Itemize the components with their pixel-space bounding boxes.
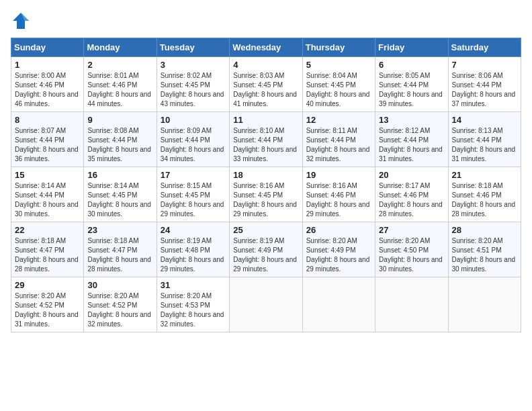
- day-number: 21: [452, 170, 517, 180]
- calendar-cell: [302, 277, 375, 332]
- day-info: Sunrise: 8:19 AM Sunset: 4:48 PM Dayligh…: [161, 237, 224, 273]
- day-info: Sunrise: 8:18 AM Sunset: 4:46 PM Dayligh…: [452, 182, 516, 218]
- day-info: Sunrise: 8:11 AM Sunset: 4:44 PM Dayligh…: [306, 127, 370, 163]
- calendar-cell: 8 Sunrise: 8:07 AM Sunset: 4:44 PM Dayli…: [11, 112, 84, 167]
- day-number: 5: [306, 60, 371, 70]
- day-info: Sunrise: 8:19 AM Sunset: 4:49 PM Dayligh…: [233, 237, 297, 273]
- day-info: Sunrise: 8:05 AM Sunset: 4:44 PM Dayligh…: [379, 72, 443, 107]
- day-number: 16: [87, 170, 152, 180]
- calendar-cell: 22 Sunrise: 8:18 AM Sunset: 4:47 PM Dayl…: [11, 222, 84, 277]
- calendar-cell: 20 Sunrise: 8:17 AM Sunset: 4:46 PM Dayl…: [375, 167, 448, 222]
- day-info: Sunrise: 8:18 AM Sunset: 4:47 PM Dayligh…: [15, 237, 79, 273]
- calendar-cell: [448, 277, 521, 332]
- calendar-header-saturday: Saturday: [448, 38, 521, 57]
- day-number: 12: [306, 115, 371, 125]
- calendar-cell: 30 Sunrise: 8:20 AM Sunset: 4:52 PM Dayl…: [84, 277, 157, 332]
- calendar-week-5: 29 Sunrise: 8:20 AM Sunset: 4:52 PM Dayl…: [11, 277, 521, 332]
- calendar-header-friday: Friday: [375, 38, 448, 57]
- day-info: Sunrise: 8:13 AM Sunset: 4:44 PM Dayligh…: [452, 127, 516, 163]
- calendar-cell: 28 Sunrise: 8:20 AM Sunset: 4:51 PM Dayl…: [448, 222, 521, 277]
- day-info: Sunrise: 8:20 AM Sunset: 4:52 PM Dayligh…: [15, 292, 79, 328]
- day-info: Sunrise: 8:18 AM Sunset: 4:47 PM Dayligh…: [87, 237, 151, 273]
- day-info: Sunrise: 8:14 AM Sunset: 4:45 PM Dayligh…: [87, 182, 151, 218]
- day-number: 28: [452, 225, 517, 235]
- day-info: Sunrise: 8:15 AM Sunset: 4:45 PM Dayligh…: [161, 182, 224, 218]
- day-info: Sunrise: 8:14 AM Sunset: 4:44 PM Dayligh…: [15, 182, 79, 218]
- calendar-header-monday: Monday: [84, 38, 157, 57]
- day-number: 26: [306, 225, 371, 235]
- calendar-cell: 10 Sunrise: 8:09 AM Sunset: 4:44 PM Dayl…: [157, 112, 229, 167]
- header: [11, 11, 521, 31]
- day-number: 17: [161, 170, 226, 180]
- calendar-cell: 12 Sunrise: 8:11 AM Sunset: 4:44 PM Dayl…: [302, 112, 375, 167]
- day-number: 23: [87, 225, 152, 235]
- calendar-week-1: 1 Sunrise: 8:00 AM Sunset: 4:46 PM Dayli…: [11, 57, 521, 112]
- day-info: Sunrise: 8:12 AM Sunset: 4:44 PM Dayligh…: [379, 127, 443, 163]
- day-info: Sunrise: 8:20 AM Sunset: 4:49 PM Dayligh…: [306, 237, 370, 273]
- logo-icon: [11, 11, 31, 31]
- calendar-cell: 31 Sunrise: 8:20 AM Sunset: 4:53 PM Dayl…: [157, 277, 229, 332]
- day-info: Sunrise: 8:00 AM Sunset: 4:46 PM Dayligh…: [15, 72, 79, 107]
- day-number: 22: [15, 225, 80, 235]
- calendar-cell: 9 Sunrise: 8:08 AM Sunset: 4:44 PM Dayli…: [84, 112, 157, 167]
- calendar-cell: 19 Sunrise: 8:16 AM Sunset: 4:46 PM Dayl…: [302, 167, 375, 222]
- calendar-week-2: 8 Sunrise: 8:07 AM Sunset: 4:44 PM Dayli…: [11, 112, 521, 167]
- calendar-cell: 2 Sunrise: 8:01 AM Sunset: 4:46 PM Dayli…: [84, 57, 157, 112]
- calendar-cell: 27 Sunrise: 8:20 AM Sunset: 4:50 PM Dayl…: [375, 222, 448, 277]
- calendar-cell: 11 Sunrise: 8:10 AM Sunset: 4:44 PM Dayl…: [230, 112, 302, 167]
- calendar-cell: 29 Sunrise: 8:20 AM Sunset: 4:52 PM Dayl…: [11, 277, 84, 332]
- day-number: 15: [15, 170, 80, 180]
- calendar-cell: 25 Sunrise: 8:19 AM Sunset: 4:49 PM Dayl…: [230, 222, 302, 277]
- day-info: Sunrise: 8:09 AM Sunset: 4:44 PM Dayligh…: [161, 127, 224, 163]
- day-info: Sunrise: 8:20 AM Sunset: 4:53 PM Dayligh…: [161, 292, 224, 328]
- day-number: 19: [306, 170, 371, 180]
- day-number: 20: [379, 170, 444, 180]
- calendar-cell: 5 Sunrise: 8:04 AM Sunset: 4:45 PM Dayli…: [302, 57, 375, 112]
- logo: [11, 11, 34, 31]
- day-number: 11: [233, 115, 298, 125]
- day-info: Sunrise: 8:07 AM Sunset: 4:44 PM Dayligh…: [15, 127, 79, 163]
- day-info: Sunrise: 8:16 AM Sunset: 4:45 PM Dayligh…: [233, 182, 297, 218]
- calendar-cell: 3 Sunrise: 8:02 AM Sunset: 4:45 PM Dayli…: [157, 57, 229, 112]
- calendar-cell: 7 Sunrise: 8:06 AM Sunset: 4:44 PM Dayli…: [448, 57, 521, 112]
- calendar-header-wednesday: Wednesday: [230, 38, 302, 57]
- day-info: Sunrise: 8:01 AM Sunset: 4:46 PM Dayligh…: [87, 72, 151, 107]
- day-number: 7: [452, 60, 517, 70]
- day-number: 29: [15, 280, 80, 290]
- day-number: 13: [379, 115, 444, 125]
- day-number: 9: [87, 115, 152, 125]
- calendar-cell: 24 Sunrise: 8:19 AM Sunset: 4:48 PM Dayl…: [157, 222, 229, 277]
- day-number: 14: [452, 115, 517, 125]
- day-info: Sunrise: 8:20 AM Sunset: 4:52 PM Dayligh…: [87, 292, 151, 328]
- day-number: 2: [87, 60, 152, 70]
- day-info: Sunrise: 8:17 AM Sunset: 4:46 PM Dayligh…: [379, 182, 443, 218]
- day-info: Sunrise: 8:20 AM Sunset: 4:51 PM Dayligh…: [452, 237, 516, 273]
- calendar-cell: 16 Sunrise: 8:14 AM Sunset: 4:45 PM Dayl…: [84, 167, 157, 222]
- calendar-cell: 13 Sunrise: 8:12 AM Sunset: 4:44 PM Dayl…: [375, 112, 448, 167]
- day-number: 18: [233, 170, 298, 180]
- day-number: 3: [161, 60, 226, 70]
- day-number: 6: [379, 60, 444, 70]
- calendar-cell: 15 Sunrise: 8:14 AM Sunset: 4:44 PM Dayl…: [11, 167, 84, 222]
- calendar-cell: 14 Sunrise: 8:13 AM Sunset: 4:44 PM Dayl…: [448, 112, 521, 167]
- day-info: Sunrise: 8:20 AM Sunset: 4:50 PM Dayligh…: [379, 237, 443, 273]
- calendar-header-tuesday: Tuesday: [157, 38, 229, 57]
- calendar-cell: 23 Sunrise: 8:18 AM Sunset: 4:47 PM Dayl…: [84, 222, 157, 277]
- day-info: Sunrise: 8:03 AM Sunset: 4:45 PM Dayligh…: [233, 72, 297, 107]
- calendar-week-4: 22 Sunrise: 8:18 AM Sunset: 4:47 PM Dayl…: [11, 222, 521, 277]
- day-number: 30: [87, 280, 152, 290]
- calendar-cell: [375, 277, 448, 332]
- calendar-cell: 4 Sunrise: 8:03 AM Sunset: 4:45 PM Dayli…: [230, 57, 302, 112]
- calendar-cell: 6 Sunrise: 8:05 AM Sunset: 4:44 PM Dayli…: [375, 57, 448, 112]
- calendar-week-3: 15 Sunrise: 8:14 AM Sunset: 4:44 PM Dayl…: [11, 167, 521, 222]
- calendar-cell: 18 Sunrise: 8:16 AM Sunset: 4:45 PM Dayl…: [230, 167, 302, 222]
- day-info: Sunrise: 8:04 AM Sunset: 4:45 PM Dayligh…: [306, 72, 370, 107]
- calendar-cell: 21 Sunrise: 8:18 AM Sunset: 4:46 PM Dayl…: [448, 167, 521, 222]
- day-info: Sunrise: 8:02 AM Sunset: 4:45 PM Dayligh…: [161, 72, 224, 107]
- calendar-cell: 1 Sunrise: 8:00 AM Sunset: 4:46 PM Dayli…: [11, 57, 84, 112]
- calendar-body: 1 Sunrise: 8:00 AM Sunset: 4:46 PM Dayli…: [11, 57, 521, 332]
- day-info: Sunrise: 8:10 AM Sunset: 4:44 PM Dayligh…: [233, 127, 297, 163]
- calendar-cell: [230, 277, 302, 332]
- day-number: 10: [161, 115, 226, 125]
- calendar-cell: 17 Sunrise: 8:15 AM Sunset: 4:45 PM Dayl…: [157, 167, 229, 222]
